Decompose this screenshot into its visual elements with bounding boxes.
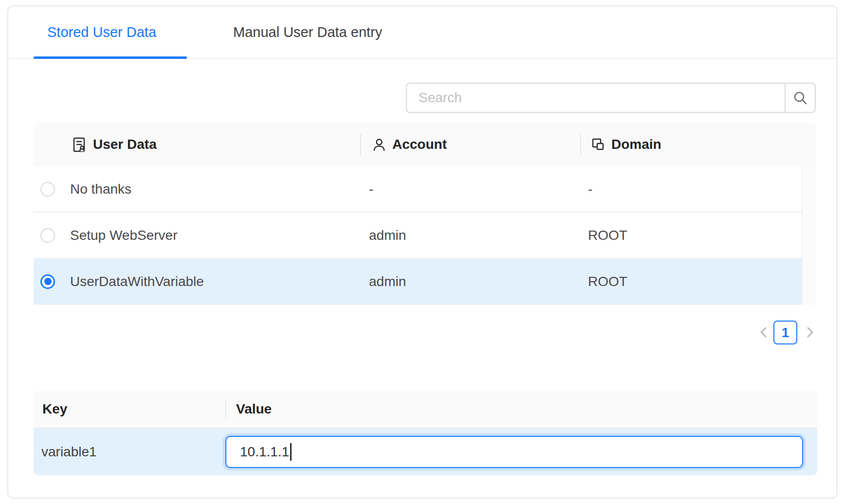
radio-button-selected[interactable] (40, 274, 55, 289)
variable-key-cell: variable1 (34, 444, 225, 460)
variables-header-row: Key Value (34, 391, 817, 428)
pagination-page-number: 1 (782, 325, 789, 341)
pagination-previous-button[interactable] (755, 324, 772, 341)
variables-table: Key Value variable1 10.1.1.1 (34, 391, 817, 475)
text-cursor (290, 443, 292, 461)
account-cell: - (360, 181, 580, 197)
column-header-domain: Domain (580, 123, 816, 166)
account-cell: admin (360, 274, 580, 289)
tab-stored-user-data[interactable]: Stored User Data (47, 6, 156, 58)
column-header-user-data-label: User Data (93, 137, 157, 152)
radio-button[interactable] (40, 182, 55, 197)
user-data-cell: UserDataWithVariable (70, 274, 204, 289)
pagination-page-1[interactable]: 1 (773, 321, 797, 344)
user-data-cell: No thanks (70, 181, 131, 197)
pagination-next-button[interactable] (802, 324, 818, 341)
account-cell: admin (360, 228, 580, 243)
column-header-account-label: Account (392, 137, 447, 152)
table-row-setup-webserver[interactable]: Setup WebServer admin ROOT (34, 213, 802, 259)
tab-manual-user-data-entry[interactable]: Manual User Data entry (233, 6, 382, 58)
tab-manual-user-data-entry-label: Manual User Data entry (233, 24, 382, 40)
column-divider (580, 134, 581, 155)
search-input[interactable] (406, 83, 785, 113)
column-header-value: Value (225, 401, 272, 417)
table-row-no-thanks[interactable]: No thanks - - (34, 166, 802, 213)
variable-value-input[interactable]: 10.1.1.1 (225, 436, 803, 468)
column-header-user-data: User Data (34, 123, 360, 166)
user-data-cell: Setup WebServer (70, 228, 178, 243)
domain-cell: ROOT (580, 228, 802, 243)
radio-button[interactable] (40, 228, 55, 243)
search-button[interactable] (785, 83, 816, 113)
table-header-row: User Data Account (34, 123, 816, 166)
user-data-dialog: Stored User Data Manual User Data entry (7, 5, 838, 499)
table-body: No thanks - - Setup WebServer admin ROOT… (34, 166, 816, 305)
domain-cell: ROOT (580, 274, 802, 289)
stored-user-data-table: User Data Account (34, 123, 816, 305)
variable-value-text: 10.1.1.1 (240, 444, 289, 460)
table-row-userdatawithvariable[interactable]: UserDataWithVariable admin ROOT (34, 259, 802, 305)
chevron-left-icon (757, 325, 770, 340)
user-data-file-icon (71, 136, 87, 153)
chevron-right-icon (804, 325, 816, 340)
column-header-domain-label: Domain (611, 137, 661, 152)
column-divider (225, 399, 226, 419)
column-header-key: Key (34, 401, 225, 417)
scrollbar-gutter (802, 166, 816, 305)
column-header-account: Account (360, 123, 580, 166)
variable-row: variable1 10.1.1.1 (34, 428, 817, 475)
domain-cell: - (580, 181, 802, 197)
column-divider (360, 134, 361, 155)
tab-bar: Stored User Data Manual User Data entry (8, 6, 837, 59)
tab-stored-user-data-label: Stored User Data (47, 24, 156, 40)
overlapping-squares-icon (591, 137, 605, 152)
search-bar (406, 83, 816, 113)
person-icon (372, 137, 386, 152)
search-icon (792, 90, 808, 106)
active-tab-indicator (34, 56, 187, 59)
